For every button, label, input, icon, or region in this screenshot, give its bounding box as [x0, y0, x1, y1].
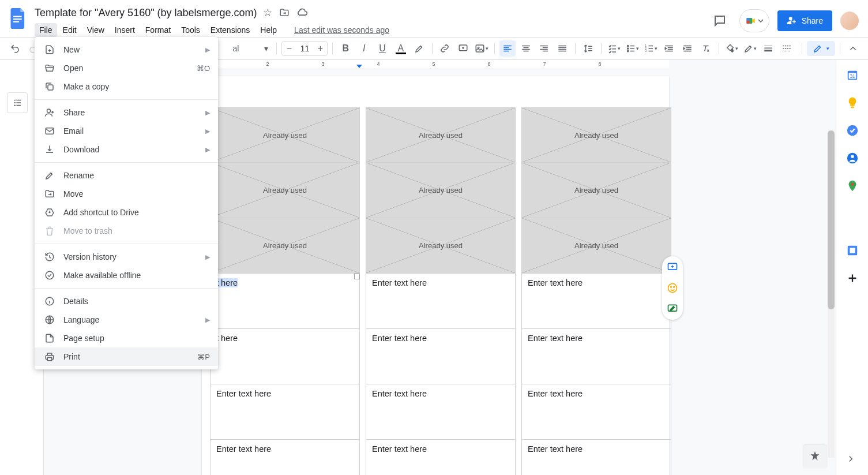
- add-comment-icon[interactable]: [455, 40, 471, 57]
- user-avatar[interactable]: [840, 12, 859, 30]
- menu-new[interactable]: New▶: [35, 40, 218, 59]
- align-left-icon[interactable]: [499, 40, 516, 57]
- menu-version-history[interactable]: Version history▶: [35, 248, 218, 266]
- bold-icon[interactable]: B: [337, 40, 354, 57]
- menu-extensions[interactable]: Extensions: [206, 23, 254, 37]
- border-style-icon[interactable]: [779, 40, 795, 57]
- menu-make-available-offline[interactable]: Make available offline: [35, 266, 218, 285]
- menu-email[interactable]: Email▶: [35, 122, 218, 140]
- menu-language[interactable]: Language▶: [35, 311, 218, 329]
- border-width-icon[interactable]: [761, 40, 777, 57]
- align-center-icon[interactable]: [518, 40, 534, 57]
- docs-logo[interactable]: [7, 7, 30, 30]
- undo-icon[interactable]: [7, 40, 23, 57]
- label-cell[interactable]: Enter text here: [210, 384, 360, 440]
- font-size-increase[interactable]: +: [313, 42, 327, 55]
- label-cell[interactable]: Already used: [521, 107, 671, 163]
- numbered-list-icon[interactable]: 123▾: [643, 40, 659, 57]
- label-cell[interactable]: Enter text here: [521, 440, 671, 475]
- label-cell[interactable]: Already used: [210, 163, 360, 218]
- menu-tools[interactable]: Tools: [176, 23, 205, 37]
- menu-help[interactable]: Help: [255, 23, 281, 37]
- ruler-indent-marker[interactable]: [356, 65, 362, 68]
- label-cell[interactable]: Enter text here: [366, 274, 516, 329]
- label-cell[interactable]: Already used: [366, 107, 516, 163]
- collapse-toolbar-icon[interactable]: [845, 40, 861, 57]
- font-family-dropdown[interactable]: al▾: [230, 40, 272, 57]
- horizontal-ruler[interactable]: 12345678: [202, 60, 669, 69]
- label-cell[interactable]: Enter text here: [521, 329, 671, 384]
- cell-resize-handle[interactable]: [354, 274, 360, 279]
- move-folder-icon[interactable]: [279, 8, 290, 18]
- label-cell[interactable]: t here: [210, 329, 360, 384]
- meet-button[interactable]: [739, 9, 769, 32]
- highlight-icon[interactable]: [411, 40, 427, 57]
- document-page[interactable]: Already usedAlready usedAlready usedAlre…: [202, 76, 669, 475]
- label-cell[interactable]: Enter text here: [521, 384, 671, 440]
- decrease-indent-icon[interactable]: [661, 40, 677, 57]
- tasks-app-icon[interactable]: [846, 124, 859, 137]
- get-addons-icon[interactable]: [846, 271, 859, 285]
- emoji-reaction-icon[interactable]: [666, 282, 679, 294]
- menu-view[interactable]: View: [82, 23, 109, 37]
- menu-print[interactable]: Print⌘P: [35, 347, 218, 366]
- label-cell[interactable]: Already used: [366, 163, 516, 218]
- checklist-icon[interactable]: ▾: [606, 40, 622, 57]
- underline-icon[interactable]: U: [374, 40, 390, 57]
- add-comment-bubble-icon[interactable]: [666, 261, 679, 274]
- italic-icon[interactable]: I: [356, 40, 372, 57]
- label-cell[interactable]: Enter text here: [366, 384, 516, 440]
- editing-mode-button[interactable]: ▾: [807, 41, 835, 56]
- menu-move[interactable]: Move: [35, 185, 218, 203]
- menu-rename[interactable]: Rename: [35, 166, 218, 185]
- line-spacing-icon[interactable]: [580, 40, 596, 57]
- label-cell[interactable]: Enter text here: [366, 329, 516, 384]
- cell-fill-icon[interactable]: ▾: [724, 40, 740, 57]
- suggest-edit-icon[interactable]: [666, 302, 679, 315]
- label-cell[interactable]: Enter text here: [210, 440, 360, 475]
- increase-indent-icon[interactable]: [679, 40, 696, 57]
- menu-open[interactable]: Open⌘O: [35, 59, 218, 77]
- last-edit-link[interactable]: Last edit was seconds ago: [294, 25, 389, 35]
- label-cell[interactable]: Already used: [521, 218, 671, 274]
- explore-button[interactable]: [803, 445, 826, 468]
- label-cell[interactable]: Already used: [210, 107, 360, 163]
- outline-toggle-icon[interactable]: [7, 92, 28, 113]
- menu-page-setup[interactable]: Page setup: [35, 329, 218, 347]
- label-cell[interactable]: t here: [210, 274, 360, 329]
- calendar-app-icon[interactable]: 31: [846, 68, 859, 82]
- menu-edit[interactable]: Edit: [58, 23, 81, 37]
- star-icon[interactable]: ☆: [263, 6, 272, 19]
- label-cell[interactable]: Enter text here: [366, 440, 516, 475]
- share-button[interactable]: Share: [777, 10, 832, 31]
- menu-format[interactable]: Format: [141, 23, 175, 37]
- cloud-status-icon[interactable]: [296, 8, 308, 17]
- align-right-icon[interactable]: [536, 40, 553, 57]
- border-color-icon[interactable]: ▾: [742, 40, 758, 57]
- menu-insert[interactable]: Insert: [110, 23, 140, 37]
- font-size-input[interactable]: [296, 44, 313, 53]
- clear-formatting-icon[interactable]: [698, 40, 714, 57]
- bulleted-list-icon[interactable]: ▾: [625, 40, 641, 57]
- font-size-decrease[interactable]: −: [282, 42, 296, 55]
- label-cell[interactable]: Enter text here: [521, 274, 671, 329]
- menu-download[interactable]: Download▶: [35, 140, 218, 159]
- comments-history-icon[interactable]: [708, 9, 731, 32]
- menu-file[interactable]: File: [35, 23, 57, 37]
- label-cell[interactable]: Already used: [521, 163, 671, 218]
- menu-details[interactable]: Details: [35, 292, 218, 311]
- keep-app-icon[interactable]: [846, 96, 859, 110]
- align-justify-icon[interactable]: [554, 40, 570, 57]
- insert-image-icon[interactable]: ▾: [474, 40, 490, 57]
- addon-app-icon[interactable]: [846, 244, 859, 257]
- hide-side-panel-icon[interactable]: [840, 448, 861, 469]
- text-color-icon[interactable]: A: [393, 40, 409, 57]
- label-cell[interactable]: Already used: [210, 218, 360, 274]
- maps-app-icon[interactable]: [846, 179, 859, 193]
- contacts-app-icon[interactable]: [846, 151, 859, 165]
- menu-share[interactable]: Share▶: [35, 103, 218, 122]
- doc-title[interactable]: Template for "Avery 5160" (by labelsmerg…: [35, 7, 257, 19]
- menu-make-a-copy[interactable]: Make a copy: [35, 77, 218, 96]
- label-cell[interactable]: Already used: [366, 218, 516, 274]
- insert-link-icon[interactable]: [437, 40, 453, 57]
